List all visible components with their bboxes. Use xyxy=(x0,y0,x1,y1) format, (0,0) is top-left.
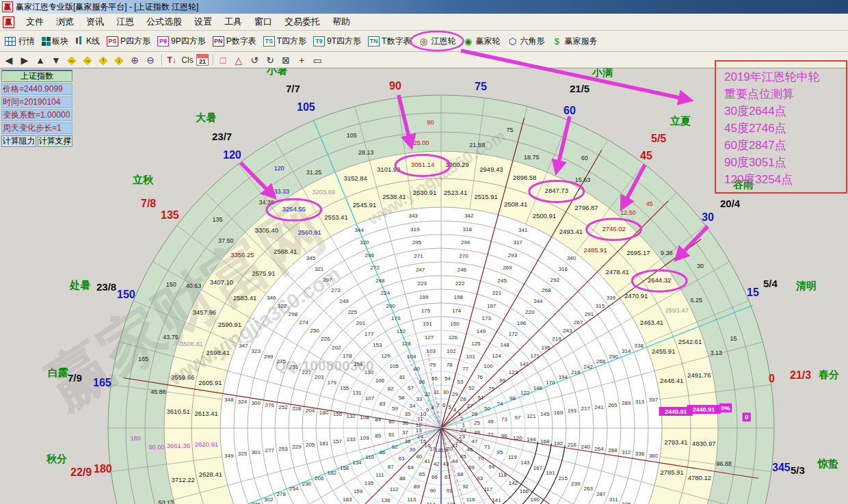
menu-工具[interactable]: 工具 xyxy=(218,14,248,29)
delete-box-icon[interactable]: ⊠ xyxy=(279,53,293,66)
svg-text:93: 93 xyxy=(477,475,483,481)
time-axis-icon[interactable]: T↓ xyxy=(165,53,178,66)
toolbar-button-江恩轮[interactable]: ◎江恩轮 xyxy=(416,34,458,49)
svg-text:37.50: 37.50 xyxy=(218,237,234,244)
rotate-cw-icon[interactable]: ↻ xyxy=(263,53,277,66)
calc-resistance-button[interactable]: 计算阻力 xyxy=(1,135,36,147)
svg-text:100: 100 xyxy=(483,363,493,369)
menu-文件[interactable]: 文件 xyxy=(20,14,50,29)
menu-窗口[interactable]: 窗口 xyxy=(248,14,278,29)
toolbar-button-六角形[interactable]: ⬡六角形 xyxy=(505,34,546,49)
screen-icon[interactable]: ▭ xyxy=(310,53,324,66)
svg-text:145: 145 xyxy=(540,411,550,417)
svg-text:33.33: 33.33 xyxy=(274,188,290,195)
svg-text:67: 67 xyxy=(445,474,451,480)
svg-text:40.63: 40.63 xyxy=(186,282,202,289)
rotate-ccw-icon[interactable]: ↺ xyxy=(248,53,261,66)
svg-text:38: 38 xyxy=(405,438,411,445)
toolbar-button-9T四方形[interactable]: T99T四方形 xyxy=(311,34,363,49)
zoom-out-icon[interactable]: ⊖ xyxy=(144,53,157,66)
svg-text:25.00: 25.00 xyxy=(414,140,429,146)
svg-text:150: 150 xyxy=(450,321,460,327)
svg-text:15.63: 15.63 xyxy=(575,176,591,183)
svg-text:2847.73: 2847.73 xyxy=(545,187,568,194)
svg-text:70: 70 xyxy=(477,455,483,462)
svg-text:158: 158 xyxy=(340,465,349,471)
menu-江恩[interactable]: 江恩 xyxy=(110,14,140,29)
svg-text:30: 30 xyxy=(442,389,449,395)
svg-text:338: 338 xyxy=(634,343,644,349)
svg-text:348: 348 xyxy=(224,397,234,403)
toolbar-button-T数字表[interactable]: TNT数字表 xyxy=(366,34,413,49)
toolbar-button-板块[interactable]: 板块 xyxy=(40,34,70,49)
svg-text:192: 192 xyxy=(554,440,564,447)
svg-text:62: 62 xyxy=(392,444,398,450)
svg-text:18.75: 18.75 xyxy=(524,154,540,161)
svg-text:28.13: 28.13 xyxy=(358,149,374,156)
pan-right-icon[interactable]: ◆→ xyxy=(81,53,94,66)
svg-text:226: 226 xyxy=(321,336,330,342)
wheel-degree-label: 23/7 xyxy=(212,131,232,142)
pan-left-arrow: ← xyxy=(65,53,79,66)
svg-text:3152.84: 3152.84 xyxy=(343,174,367,182)
cls-button-icon[interactable]: Cls xyxy=(181,53,194,66)
wheel-degree-label: 165 xyxy=(93,377,111,389)
toolbar-button-K线[interactable]: K线 xyxy=(73,34,102,49)
nav-left-icon[interactable]: ◀ xyxy=(2,53,16,66)
赢家轮-icon: ◉ xyxy=(462,36,473,47)
svg-text:295: 295 xyxy=(412,239,422,246)
svg-text:2493.41: 2493.41 xyxy=(559,228,583,235)
pan-left-icon[interactable]: ◆← xyxy=(65,53,79,66)
svg-text:103: 103 xyxy=(427,348,436,354)
svg-text:245: 245 xyxy=(497,278,507,284)
svg-text:34: 34 xyxy=(409,403,415,409)
menu-交易委托[interactable]: 交易委托 xyxy=(278,14,326,29)
T四方形-badge-icon: TS xyxy=(263,36,275,47)
panel-row: 周天变化步长=1 xyxy=(1,122,72,134)
svg-text:31.25: 31.25 xyxy=(306,169,322,176)
svg-text:272: 272 xyxy=(371,265,380,271)
toolbar-button-赢家服务[interactable]: $赢家服务 xyxy=(549,34,599,49)
svg-text:72: 72 xyxy=(488,432,494,438)
nav-up-icon[interactable]: ▲ xyxy=(34,53,47,66)
toolbar-button-9P四方形[interactable]: P99P四方形 xyxy=(155,34,208,49)
svg-text:110: 110 xyxy=(365,454,374,460)
nav-right-icon[interactable]: ▶ xyxy=(18,53,31,66)
svg-text:339: 339 xyxy=(607,295,616,301)
calendar-icon[interactable]: 21 xyxy=(196,54,209,66)
svg-text:190: 190 xyxy=(531,496,540,503)
menu-帮助[interactable]: 帮助 xyxy=(326,14,356,29)
candlestick-icon xyxy=(75,36,83,46)
wheel-degree-label: 5/4 xyxy=(763,278,778,289)
toolbar-button-P四方形[interactable]: PSP四方形 xyxy=(105,34,153,49)
svg-text:326: 326 xyxy=(252,501,261,504)
menu-资讯[interactable]: 资讯 xyxy=(80,14,110,29)
svg-text:9.38: 9.38 xyxy=(661,250,673,256)
svg-text:251: 251 xyxy=(289,364,299,370)
toolbar-button-P数字表[interactable]: PNP数字表 xyxy=(211,34,259,49)
zoom-in-icon[interactable]: ⊕ xyxy=(128,53,142,66)
menu-设置[interactable]: 设置 xyxy=(188,14,218,29)
svg-text:298: 298 xyxy=(289,311,298,317)
svg-text:193: 193 xyxy=(568,408,577,414)
wheel-degree-label: 75 xyxy=(475,81,487,93)
toolbar-button-赢家轮[interactable]: ◉赢家轮 xyxy=(460,34,502,49)
pan-up-icon[interactable]: ◆↑ xyxy=(96,53,110,66)
calc-support-button[interactable]: 计算支撑 xyxy=(38,135,72,147)
svg-text:321: 321 xyxy=(315,266,324,272)
toolbar-button-行情[interactable]: 行情 xyxy=(3,34,37,49)
panel-row: 价格=2440.9099 xyxy=(1,83,72,95)
svg-text:217: 217 xyxy=(581,406,590,412)
toolbar-button-T四方形[interactable]: TST四方形 xyxy=(261,34,308,49)
svg-text:66: 66 xyxy=(432,474,438,480)
svg-text:225: 225 xyxy=(348,309,358,315)
svg-text:288: 288 xyxy=(608,447,618,453)
menu-公式选股[interactable]: 公式选股 xyxy=(140,14,188,29)
draw-square-icon[interactable]: □ xyxy=(216,53,230,66)
svg-text:151: 151 xyxy=(423,321,432,327)
nav-down-icon[interactable]: ▼ xyxy=(49,53,63,66)
draw-triangle-icon[interactable]: △ xyxy=(232,53,246,66)
center-cross-icon[interactable]: + xyxy=(295,53,308,66)
pan-down-icon[interactable]: ◆↓ xyxy=(112,53,126,66)
menu-浏览[interactable]: 浏览 xyxy=(50,14,80,29)
